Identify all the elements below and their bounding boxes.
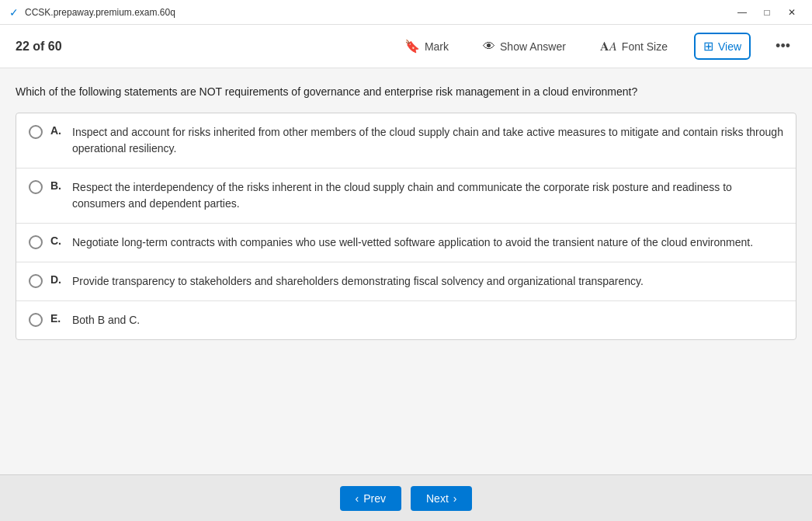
- eye-icon: 👁: [483, 40, 495, 54]
- radio-a[interactable]: [29, 125, 43, 139]
- window-controls: — □ ✕: [731, 2, 803, 23]
- app-icon: ✓: [9, 6, 19, 19]
- prev-button[interactable]: ‹ Prev: [340, 486, 401, 511]
- next-button[interactable]: Next ›: [411, 486, 472, 511]
- prev-label: Prev: [363, 492, 386, 505]
- minimize-button[interactable]: —: [731, 2, 753, 23]
- radio-c[interactable]: [29, 235, 43, 249]
- show-answer-label: Show Answer: [500, 40, 566, 53]
- more-options-button[interactable]: •••: [769, 35, 796, 57]
- bookmark-icon: 🔖: [404, 39, 420, 54]
- toolbar: 22 of 60 🔖 Mark 👁 Show Answer 𝐀𝐴 Font Si…: [0, 25, 812, 68]
- font-size-label: Font Size: [622, 40, 668, 53]
- option-b[interactable]: B. Respect the interdependency of the ri…: [16, 168, 796, 224]
- prev-chevron-icon: ‹: [356, 492, 359, 505]
- radio-d[interactable]: [29, 274, 43, 288]
- main-content: Which of the following statements are NO…: [0, 68, 812, 474]
- show-answer-button[interactable]: 👁 Show Answer: [475, 35, 574, 58]
- question-text: Which of the following statements are NO…: [16, 84, 796, 100]
- option-a[interactable]: A. Inspect and account for risks inherit…: [16, 113, 796, 168]
- font-size-button[interactable]: 𝐀𝐴 Font Size: [592, 35, 675, 58]
- radio-b[interactable]: [29, 180, 43, 194]
- window-title: CCSK.prepaway.premium.exam.60q: [25, 7, 175, 18]
- option-d-text: Provide transparency to stakeholders and…: [72, 273, 644, 290]
- option-a-text: Inspect and account for risks inherited …: [72, 124, 783, 157]
- option-a-letter: A.: [50, 124, 64, 137]
- question-counter: 22 of 60: [16, 40, 62, 54]
- view-label: View: [718, 40, 741, 53]
- option-b-letter: B.: [50, 179, 64, 192]
- option-c-letter: C.: [50, 234, 64, 247]
- mark-button[interactable]: 🔖 Mark: [397, 34, 456, 58]
- toolbar-actions: 🔖 Mark 👁 Show Answer 𝐀𝐴 Font Size ⊞ View…: [397, 33, 796, 60]
- radio-e[interactable]: [29, 313, 43, 327]
- option-d-letter: D.: [50, 273, 64, 286]
- option-c-text: Negotiate long-term contracts with compa…: [72, 234, 753, 251]
- mark-label: Mark: [425, 40, 449, 53]
- option-e[interactable]: E. Both B and C.: [16, 301, 796, 339]
- view-button[interactable]: ⊞ View: [694, 33, 751, 60]
- options-container: A. Inspect and account for risks inherit…: [16, 113, 796, 340]
- view-icon: ⊞: [703, 39, 713, 54]
- option-d[interactable]: D. Provide transparency to stakeholders …: [16, 262, 796, 301]
- font-icon: 𝐀𝐴: [600, 40, 617, 54]
- option-b-text: Respect the interdependency of the risks…: [72, 179, 783, 212]
- maximize-button[interactable]: □: [756, 2, 778, 23]
- option-e-text: Both B and C.: [72, 312, 140, 328]
- close-button[interactable]: ✕: [781, 2, 803, 23]
- title-bar: ✓ CCSK.prepaway.premium.exam.60q — □ ✕: [0, 0, 812, 25]
- option-e-letter: E.: [50, 312, 64, 325]
- bottom-navigation: ‹ Prev Next ›: [0, 474, 812, 521]
- next-label: Next: [426, 492, 449, 505]
- title-bar-left: ✓ CCSK.prepaway.premium.exam.60q: [9, 6, 175, 19]
- option-c[interactable]: C. Negotiate long-term contracts with co…: [16, 224, 796, 262]
- next-chevron-icon: ›: [453, 492, 457, 505]
